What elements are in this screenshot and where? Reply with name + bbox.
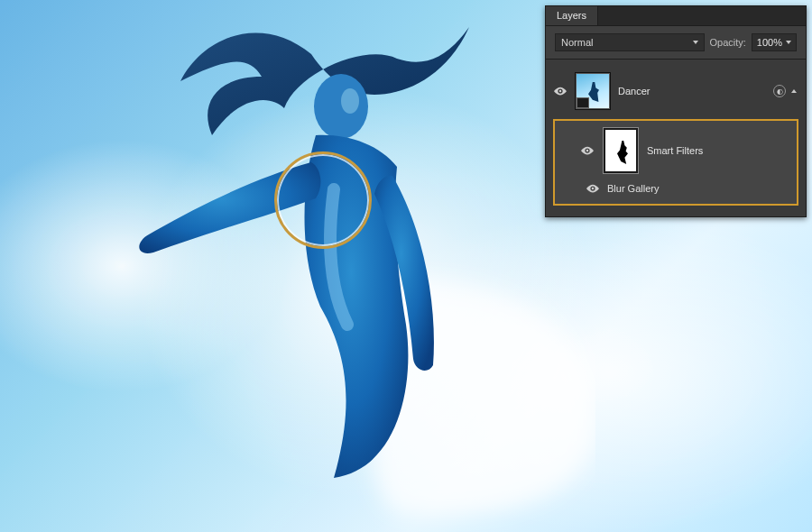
svg-point-2 bbox=[559, 90, 561, 92]
filter-mask-thumbnail[interactable] bbox=[604, 128, 638, 173]
chevron-down-icon bbox=[786, 41, 791, 44]
expand-caret-icon[interactable] bbox=[791, 89, 797, 93]
visibility-toggle[interactable] bbox=[553, 85, 567, 97]
chevron-down-icon bbox=[693, 41, 698, 44]
panel-tab-bar: Layers bbox=[546, 6, 806, 26]
blend-mode-value: Normal bbox=[561, 37, 593, 48]
opacity-label: Opacity: bbox=[710, 37, 746, 48]
smart-object-badge-icon bbox=[577, 97, 589, 108]
smart-filters-row[interactable]: Smart Filters bbox=[560, 126, 791, 179]
layer-thumbnail[interactable] bbox=[575, 72, 611, 110]
layers-panel: Layers Normal Opacity: 100% Dancer bbox=[545, 5, 807, 217]
visibility-toggle[interactable] bbox=[586, 182, 600, 195]
smart-filters-block: Smart Filters Blur Gallery bbox=[553, 119, 798, 206]
eye-icon bbox=[586, 184, 599, 193]
svg-point-3 bbox=[586, 150, 588, 151]
opacity-value: 100% bbox=[757, 37, 782, 48]
filter-name: Blur Gallery bbox=[607, 183, 659, 194]
filter-indicator-icon[interactable]: ◐ bbox=[773, 85, 786, 97]
visibility-toggle[interactable] bbox=[580, 144, 595, 157]
eye-icon bbox=[554, 87, 567, 96]
layers-list: Dancer ◐ Smart Filters bbox=[546, 60, 806, 216]
blend-mode-select[interactable]: Normal bbox=[555, 33, 705, 51]
tab-bar-spacer bbox=[598, 6, 806, 25]
filter-row-blur-gallery[interactable]: Blur Gallery bbox=[560, 179, 791, 197]
tab-layers[interactable]: Layers bbox=[546, 6, 598, 25]
eye-icon bbox=[581, 146, 594, 155]
layer-name[interactable]: Dancer bbox=[618, 86, 766, 96]
opacity-field[interactable]: 100% bbox=[752, 33, 797, 51]
smart-filters-label: Smart Filters bbox=[647, 145, 703, 156]
layer-options-row: Normal Opacity: 100% bbox=[546, 26, 806, 60]
focus-indicator-ring bbox=[274, 151, 372, 249]
layer-row-icons: ◐ bbox=[773, 85, 797, 97]
layer-row-dancer[interactable]: Dancer ◐ bbox=[546, 69, 806, 114]
svg-point-4 bbox=[592, 188, 594, 189]
